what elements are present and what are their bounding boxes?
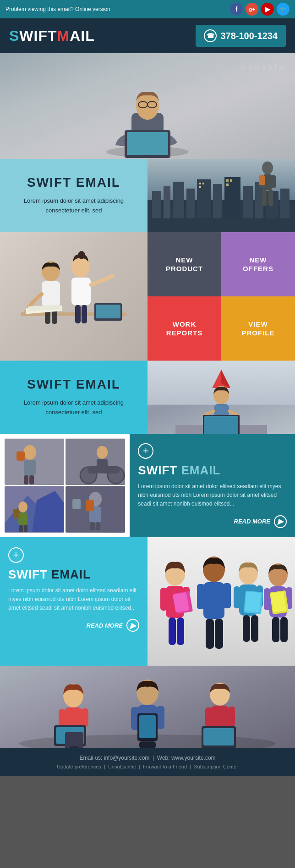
youtube-icon[interactable]: ▶ bbox=[261, 3, 274, 16]
svg-point-35 bbox=[78, 251, 85, 259]
tile-new-product-text: NEWPRODUCT bbox=[166, 256, 203, 273]
footer-banner-image bbox=[0, 666, 295, 748]
tile-new-product[interactable]: NEWPRODUCT bbox=[148, 232, 221, 296]
svg-point-57 bbox=[23, 445, 36, 460]
svg-rect-83 bbox=[96, 522, 100, 530]
svg-rect-133 bbox=[228, 707, 235, 726]
footer-sub-center-link[interactable]: Subscription Center bbox=[194, 764, 238, 769]
svg-rect-38 bbox=[82, 305, 87, 323]
logo: SWIFTMAIL bbox=[9, 28, 95, 45]
svg-rect-104 bbox=[243, 615, 250, 642]
read-more-1[interactable]: READ MORE ▶ bbox=[138, 515, 287, 528]
block-title-1: SWIFT EMAIL bbox=[138, 463, 287, 478]
svg-rect-44 bbox=[96, 305, 120, 318]
svg-rect-97 bbox=[215, 619, 223, 649]
svg-rect-13 bbox=[197, 179, 211, 218]
footer-forward-link[interactable]: Forward to a Friend bbox=[143, 764, 187, 769]
logo-wift: WIFT bbox=[19, 28, 57, 44]
svg-rect-10 bbox=[164, 186, 170, 218]
svg-rect-136 bbox=[212, 746, 229, 748]
phone-box[interactable]: ☎ 378-100-1234 bbox=[196, 25, 286, 47]
svg-rect-21 bbox=[202, 183, 204, 184]
tile-work-reports[interactable]: WORKREPORTS bbox=[148, 296, 221, 361]
svg-rect-121 bbox=[65, 732, 83, 748]
city-photo bbox=[148, 159, 295, 232]
swift-email-text-1: Lorem ipsum dolor sit amet adipiscing co… bbox=[9, 196, 138, 216]
tile-new-offers-text: NEWOFFERS bbox=[243, 256, 273, 273]
tile-view-profile[interactable]: VIEWPROFILE bbox=[221, 296, 295, 361]
svg-rect-74 bbox=[13, 509, 19, 518]
block-body-2: Lorem ipsum dolor sit amet dolor elitsed… bbox=[8, 586, 139, 613]
svg-rect-105 bbox=[251, 615, 258, 642]
svg-rect-68 bbox=[87, 466, 120, 473]
svg-rect-111 bbox=[271, 591, 286, 612]
svg-point-64 bbox=[97, 446, 108, 459]
svg-rect-91 bbox=[177, 618, 184, 645]
section-photos-text-1: + SWIFT EMAIL Lorem ipsum dolor sit amet… bbox=[0, 434, 295, 537]
block-body-1: Lorem ipsum dolor sit amet dolor elitsed… bbox=[138, 482, 287, 509]
read-more-arrow-2: ▶ bbox=[126, 619, 139, 632]
swift-email-title-1: SWIFT EMAIL bbox=[27, 175, 120, 190]
svg-rect-30 bbox=[262, 190, 267, 206]
section-office-tiles: NEWPRODUCT NEWOFFERS WORKREPORTS VIEWPRO… bbox=[0, 232, 295, 361]
svg-rect-20 bbox=[199, 183, 201, 184]
watermark: ©envato bbox=[240, 62, 286, 72]
svg-rect-22 bbox=[199, 186, 201, 188]
svg-rect-81 bbox=[86, 500, 94, 511]
svg-rect-122 bbox=[70, 746, 79, 748]
section-swift-city: SWIFT EMAIL Lorem ipsum dolor sit amet a… bbox=[0, 159, 295, 232]
footer-contact-line: Email-us: info@yoursite.com | Web: www.y… bbox=[9, 755, 286, 761]
svg-rect-132 bbox=[205, 707, 212, 727]
read-more-2[interactable]: READ MORE ▶ bbox=[8, 619, 139, 632]
svg-point-72 bbox=[18, 501, 27, 512]
svg-rect-128 bbox=[139, 715, 156, 738]
text-block-1: + SWIFT EMAIL Lorem ipsum dolor sit amet… bbox=[130, 434, 295, 537]
twitter-icon[interactable]: 🐦 bbox=[277, 3, 290, 16]
logo-m: M bbox=[57, 28, 70, 44]
phone-number: 378-100-1234 bbox=[220, 31, 278, 41]
logo-ail: AIL bbox=[70, 28, 95, 44]
svg-rect-37 bbox=[75, 305, 81, 323]
svg-rect-24 bbox=[230, 179, 232, 182]
svg-rect-82 bbox=[90, 522, 95, 530]
svg-rect-9 bbox=[152, 191, 161, 218]
svg-rect-31 bbox=[268, 190, 273, 206]
top-bar: Problem viewing this email? Online versi… bbox=[0, 0, 295, 18]
svg-rect-86 bbox=[160, 588, 167, 611]
svg-rect-62 bbox=[29, 475, 34, 484]
social-icons: f g+ ▶ 🐦 bbox=[230, 3, 290, 16]
svg-rect-94 bbox=[197, 584, 205, 609]
footer-email[interactable]: info@yoursite.com bbox=[104, 755, 150, 761]
phone-icon: ☎ bbox=[204, 29, 217, 42]
tile-new-offers[interactable]: NEWOFFERS bbox=[221, 232, 295, 296]
footer: Email-us: info@yoursite.com | Web: www.y… bbox=[0, 748, 295, 776]
google-plus-icon[interactable]: g+ bbox=[246, 3, 258, 16]
svg-rect-4 bbox=[127, 132, 168, 155]
footer-unsub-link[interactable]: Unsubscribe bbox=[108, 764, 136, 769]
svg-rect-108 bbox=[264, 588, 270, 610]
svg-rect-60 bbox=[16, 451, 25, 461]
small-photo-4 bbox=[66, 486, 125, 533]
svg-rect-113 bbox=[280, 617, 288, 642]
svg-rect-12 bbox=[186, 189, 195, 218]
footer-web[interactable]: www.yoursite.com bbox=[171, 755, 216, 761]
svg-rect-25 bbox=[226, 184, 229, 186]
small-photo-1 bbox=[5, 439, 64, 485]
svg-rect-58 bbox=[24, 460, 36, 476]
svg-rect-61 bbox=[24, 475, 28, 484]
svg-rect-90 bbox=[169, 618, 176, 645]
svg-rect-75 bbox=[19, 525, 23, 532]
svg-rect-103 bbox=[245, 591, 261, 612]
svg-rect-100 bbox=[234, 586, 240, 608]
svg-rect-32 bbox=[259, 175, 265, 185]
plus-circle-1: + bbox=[138, 443, 153, 459]
footer-update-link[interactable]: Update preferences bbox=[57, 764, 101, 769]
svg-rect-55 bbox=[204, 416, 238, 434]
svg-rect-73 bbox=[18, 512, 27, 525]
svg-rect-40 bbox=[42, 281, 60, 306]
facebook-icon[interactable]: f bbox=[230, 3, 243, 16]
swift-email-block-1: SWIFT EMAIL Lorem ipsum dolor sit amet a… bbox=[0, 159, 148, 232]
svg-rect-129 bbox=[139, 741, 156, 748]
svg-rect-14 bbox=[213, 184, 222, 218]
read-more-arrow-1: ▶ bbox=[274, 515, 287, 528]
